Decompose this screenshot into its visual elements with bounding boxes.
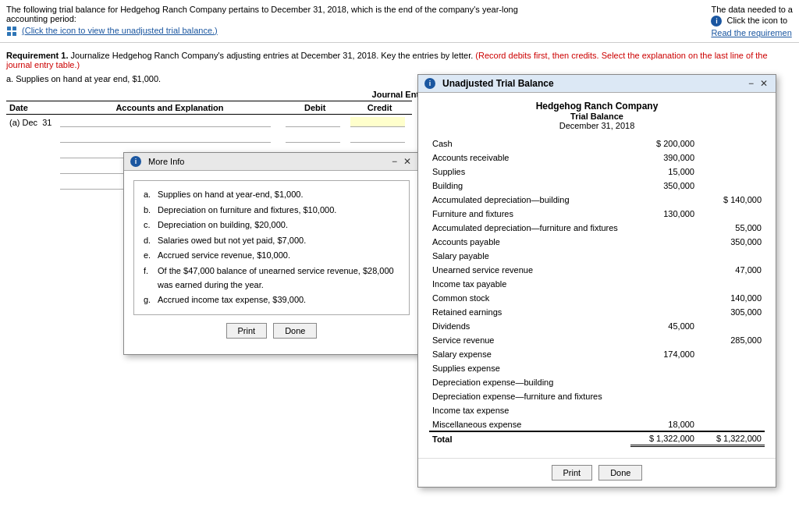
list-item: d. Salaries owed but not yet paid, $7,00… — [142, 233, 401, 249]
debit-input-1[interactable] — [286, 117, 340, 127]
table-row: Accounts receivable390,000 — [429, 151, 765, 165]
tb-account-cell: Supplies — [429, 165, 630, 179]
tb-credit-cell: 350,000 — [698, 235, 765, 249]
item-text-g: Accrued income tax expense, $39,000. — [156, 293, 401, 308]
date-empty-5 — [6, 177, 57, 193]
tb-debit-cell: 130,000 — [630, 207, 698, 221]
credit-cell-2 — [347, 130, 412, 146]
tb-account-cell: Accounts receivable — [429, 151, 630, 165]
more-info-icon: i — [130, 156, 141, 167]
credit-input-2[interactable] — [350, 133, 405, 143]
tb-debit-cell — [630, 361, 698, 375]
top-bar-right: The data needed to a i Click the icon to… — [711, 5, 793, 37]
date-val: 31 — [42, 118, 51, 127]
top-bar-left: The following trial balance for Hedgehog… — [6, 5, 552, 37]
right-text-1: The data needed to a — [711, 5, 793, 14]
grid-icon — [6, 26, 17, 37]
tb-credit-cell — [698, 347, 765, 361]
tb-credit-cell — [698, 207, 765, 221]
tb-account-cell: Accounts payable — [429, 235, 630, 249]
table-row: Income tax payable — [429, 277, 765, 291]
tb-account-cell: Common stock — [429, 291, 630, 305]
tb-debit-cell — [630, 403, 698, 417]
tb-debit-cell — [630, 249, 698, 263]
tb-account-cell: Building — [429, 179, 630, 193]
tb-account-cell: Income tax expense — [429, 403, 630, 417]
requirement-link[interactable]: Read the requiremen — [711, 28, 791, 37]
list-item: a. Supplies on hand at year-end, $1,000. — [142, 187, 401, 203]
trial-balance-table: Cash$ 200,000Accounts receivable390,000S… — [429, 137, 765, 447]
item-letter-a: a. — [142, 187, 156, 203]
tb-credit-cell: $ 1,322,000 — [698, 431, 765, 445]
table-row: Service revenue285,000 — [429, 333, 765, 347]
tb-subtitle: Trial Balance — [429, 112, 765, 121]
modal-controls: − ✕ — [390, 156, 413, 167]
more-info-done-button[interactable]: Done — [273, 323, 317, 339]
tb-credit-cell — [698, 375, 765, 389]
tb-print-button[interactable]: Print — [552, 465, 593, 481]
tb-debit-cell: 350,000 — [630, 179, 698, 193]
tb-account-cell: Accumulated depreciation—building — [429, 193, 630, 207]
table-row: Supplies expense — [429, 361, 765, 375]
tb-credit-cell — [698, 151, 765, 165]
tb-credit-cell: 47,000 — [698, 263, 765, 277]
tb-close-button[interactable]: ✕ — [758, 78, 769, 89]
tb-done-button[interactable]: Done — [598, 465, 642, 481]
tb-credit-cell — [698, 277, 765, 291]
more-info-print-button[interactable]: Print — [226, 323, 268, 339]
right-text-2: Click the icon to — [726, 16, 787, 25]
req-body: Journalize Hedgehog Ranch Company's adju… — [71, 51, 474, 60]
table-row: Common stock140,000 — [429, 291, 765, 305]
more-info-modal: i More Info − ✕ a. Supplies on hand at y… — [123, 152, 420, 355]
account-input-1[interactable] — [60, 117, 271, 127]
more-info-close-button[interactable]: ✕ — [402, 156, 413, 167]
col-date: Date — [6, 101, 57, 115]
account-cell-2 — [57, 130, 283, 146]
trial-balance-link[interactable]: (Click the icon to view the unadjusted t… — [22, 26, 218, 35]
list-item: e. Accrued service revenue, $10,000. — [142, 248, 401, 264]
account-input-2[interactable] — [60, 133, 271, 143]
more-info-minimize-button[interactable]: − — [390, 156, 399, 167]
table-row: (a) Dec 31 — [6, 115, 412, 130]
tb-header-left: i Unadjusted Trial Balance — [424, 78, 554, 89]
account-cell-1 — [57, 115, 283, 130]
page-wrapper: The following trial balance for Hedgehog… — [0, 0, 799, 532]
item-letter-f: f. — [142, 264, 156, 293]
tb-company-name: Hedgehog Ranch Company — [429, 101, 765, 112]
tb-title: Unadjusted Trial Balance — [442, 78, 554, 89]
tb-account-cell: Unearned service revenue — [429, 263, 630, 277]
table-row: Miscellaneous expense18,000 — [429, 417, 765, 431]
table-row: Salary payable — [429, 249, 765, 263]
tb-credit-cell: 285,000 — [698, 333, 765, 347]
req-label: Requirement 1. — [6, 51, 68, 60]
tb-info-icon: i — [424, 78, 435, 89]
tb-controls: − ✕ — [747, 78, 769, 89]
col-account: Accounts and Explanation — [57, 101, 283, 115]
table-row: Salary expense174,000 — [429, 347, 765, 361]
tb-debit-cell — [630, 305, 698, 319]
col-credit: Credit — [347, 101, 412, 115]
date-label: (a) Dec — [9, 118, 37, 127]
debit-input-2[interactable] — [286, 133, 340, 143]
date-empty-2 — [6, 130, 57, 146]
item-letter-d: d. — [142, 233, 156, 249]
list-item: c. Depreciation on building, $20,000. — [142, 218, 401, 233]
tb-credit-cell — [698, 319, 765, 333]
list-item: g. Accrued income tax expense, $39,000. — [142, 293, 401, 308]
svg-rect-2 — [7, 32, 11, 36]
list-item: b. Depreciation on furniture and fixture… — [142, 203, 401, 218]
tb-account-cell: Dividends — [429, 319, 630, 333]
svg-rect-0 — [7, 27, 11, 30]
credit-input-1[interactable] — [350, 117, 405, 127]
tb-debit-cell — [630, 389, 698, 403]
tb-debit-cell — [630, 263, 698, 277]
more-info-content-box: a. Supplies on hand at year-end, $1,000.… — [133, 180, 410, 315]
item-text-d: Salaries owed but not yet paid, $7,000. — [156, 233, 401, 249]
table-row: Unearned service revenue47,000 — [429, 263, 765, 277]
table-row: Accounts payable350,000 — [429, 235, 765, 249]
tb-minimize-button[interactable]: − — [747, 78, 755, 89]
date-empty-3 — [6, 146, 57, 161]
tb-credit-cell — [698, 417, 765, 431]
tb-debit-cell: 390,000 — [630, 151, 698, 165]
tb-credit-cell — [698, 137, 765, 151]
